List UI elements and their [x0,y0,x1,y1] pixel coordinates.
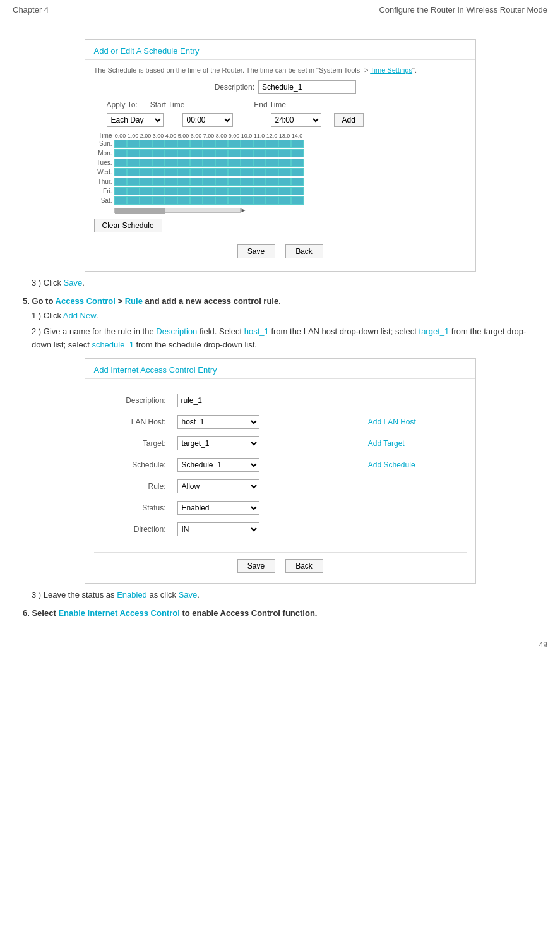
schedule-cell[interactable] [215,149,228,157]
schedule-cell[interactable] [266,196,278,205]
schedule-cell[interactable] [177,149,190,157]
schedule-cell[interactable] [215,187,228,195]
schedule-cell[interactable] [266,159,278,167]
schedule-cell[interactable] [241,149,253,157]
schedule-cell[interactable] [177,140,190,148]
schedule-cell[interactable] [127,196,140,205]
schedule-cell[interactable] [165,140,177,148]
direction-select[interactable]: IN OUT [177,522,259,536]
schedule-cell[interactable] [177,187,190,195]
schedule-cell[interactable] [177,159,190,167]
schedule-back-button[interactable]: Back [285,244,323,258]
schedule-cell[interactable] [228,187,241,195]
schedule-cell[interactable] [241,140,253,148]
schedule-cell[interactable] [228,168,241,176]
schedule-cell[interactable] [228,159,241,167]
schedule-cell[interactable] [266,140,278,148]
schedule-cell[interactable] [291,149,304,157]
schedule-cell[interactable] [291,140,304,148]
description-input[interactable] [258,80,356,94]
schedule-cell[interactable] [278,149,291,157]
schedule-cell[interactable] [266,187,278,195]
schedule-cell[interactable] [241,196,253,205]
schedule-cell[interactable] [203,149,215,157]
schedule-cell[interactable] [190,140,203,148]
schedule-cell[interactable] [152,178,165,186]
schedule-cell[interactable] [203,159,215,167]
schedule-cell[interactable] [291,178,304,186]
schedule-cell[interactable] [114,140,127,148]
schedule-cell[interactable] [253,178,266,186]
schedule-cell[interactable] [241,178,253,186]
schedule-cell[interactable] [241,168,253,176]
schedule-cell[interactable] [127,178,140,186]
schedule-cell[interactable] [177,196,190,205]
schedule-cell[interactable] [152,187,165,195]
schedule-cell[interactable] [215,168,228,176]
apply-to-select[interactable]: Each Day MonTueWed ThuFriSatSun [107,113,164,127]
schedule-cell[interactable] [127,187,140,195]
rule-link[interactable]: Rule [125,296,143,306]
schedule-cell[interactable] [114,187,127,195]
schedule-cell[interactable] [165,149,177,157]
schedule-cell[interactable] [190,178,203,186]
schedule-cell[interactable] [190,159,203,167]
schedule-cell[interactable] [266,168,278,176]
schedule-cell[interactable] [152,196,165,205]
clear-schedule-button[interactable]: Clear Schedule [94,219,162,232]
schedule-cell[interactable] [253,159,266,167]
schedule-cell[interactable] [253,196,266,205]
schedule-cell[interactable] [165,187,177,195]
enable-access-control-link[interactable]: Enable Internet Access Control [58,608,179,618]
access-back-button[interactable]: Back [285,559,323,573]
time-settings-link[interactable]: Time Settings [370,66,412,74]
schedule-cell[interactable] [190,196,203,205]
add-target-link[interactable]: Add Target [368,439,405,448]
schedule-cell[interactable] [140,168,152,176]
description-input2[interactable] [177,394,275,407]
schedule-cell[interactable] [152,149,165,157]
add-new-link[interactable]: Add New [63,311,96,320]
schedule-cell[interactable] [215,196,228,205]
schedule-cell[interactable] [165,196,177,205]
schedule-cell[interactable] [140,178,152,186]
schedule-cell[interactable] [278,159,291,167]
schedule-cell[interactable] [152,168,165,176]
schedule-cell[interactable] [215,140,228,148]
schedule-cell[interactable] [140,187,152,195]
end-time-select[interactable]: 24:00 [271,113,321,127]
schedule-cell[interactable] [140,159,152,167]
schedule-cell[interactable] [152,140,165,148]
schedule-cell[interactable] [203,178,215,186]
schedule-cell[interactable] [114,168,127,176]
schedule-scrollbar[interactable]: ► [94,207,467,214]
schedule-cell[interactable] [127,168,140,176]
schedule-cell[interactable] [228,140,241,148]
schedule-cell[interactable] [165,159,177,167]
schedule-cell[interactable] [228,178,241,186]
schedule-cell[interactable] [127,149,140,157]
target-select[interactable]: target_1 [177,436,259,450]
schedule-cell[interactable] [140,140,152,148]
add-schedule-link[interactable]: Add Schedule [368,460,415,469]
schedule-cell[interactable] [203,196,215,205]
schedule-cell[interactable] [114,196,127,205]
schedule-cell[interactable] [165,178,177,186]
schedule-cell[interactable] [266,149,278,157]
schedule-cell[interactable] [127,159,140,167]
access-save-button[interactable]: Save [237,559,275,573]
schedule-cell[interactable] [253,168,266,176]
schedule-cell[interactable] [140,196,152,205]
schedule-cell[interactable] [228,149,241,157]
schedule-cell[interactable] [203,168,215,176]
schedule-cell[interactable] [190,187,203,195]
schedule-cell[interactable] [241,159,253,167]
schedule-select[interactable]: Schedule_1 [177,458,259,472]
start-time-select[interactable]: 00:00 [182,113,233,127]
rule-select[interactable]: Allow Deny [177,479,259,493]
schedule-cell[interactable] [253,149,266,157]
schedule-cell[interactable] [127,140,140,148]
schedule-cell[interactable] [278,178,291,186]
lan-host-select[interactable]: host_1 [177,415,259,429]
schedule-cell[interactable] [228,196,241,205]
